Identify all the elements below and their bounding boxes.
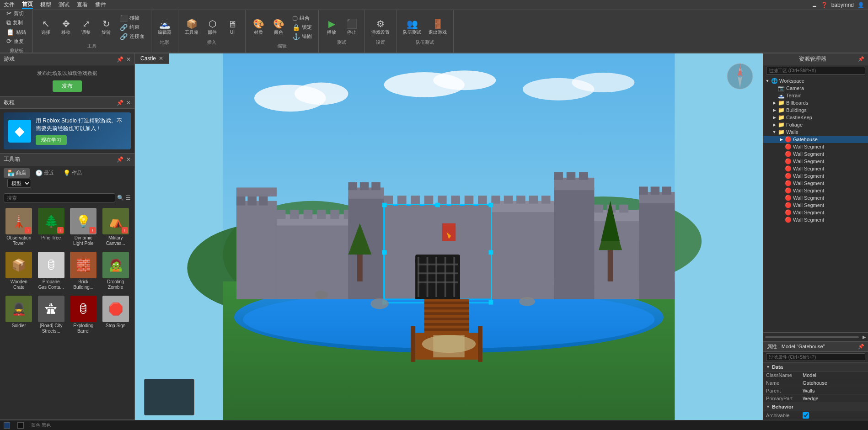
publish-button[interactable]: 发布 <box>53 80 82 92</box>
group-button[interactable]: ⬡组合 <box>289 14 315 23</box>
search-icon[interactable]: 🔍 <box>117 195 124 201</box>
menu-view[interactable]: 查看 <box>77 1 88 9</box>
scale-button[interactable]: ⤢调整 <box>77 17 95 37</box>
toolbox-item[interactable]: 💂 Soldier <box>4 294 34 336</box>
tree-item[interactable]: 🔴 Wall Segment <box>763 143 868 150</box>
toolbox-item[interactable]: 🧱 Brick Building... <box>68 250 99 292</box>
toolbox-item[interactable]: 🛢 Exploding Barrel <box>68 294 99 336</box>
toolbox-pin[interactable]: 📌 <box>117 156 123 163</box>
toolbox-item[interactable]: 🛑 Stop Sign <box>101 294 131 336</box>
tree-item[interactable]: 🔴 Wall Segment <box>763 180 868 187</box>
archivable-checkbox[interactable] <box>803 412 809 419</box>
tree-item[interactable]: ▼ 📁 Walls <box>763 128 868 136</box>
tree-item[interactable]: ▶ 📁 CastleKeep <box>763 114 868 121</box>
tab-creations[interactable]: 💡作品 <box>59 168 86 178</box>
tree-item[interactable]: ▶ 📁 Billboards <box>763 99 868 106</box>
tree-arrow[interactable]: ▶ <box>772 108 777 112</box>
properties-pin[interactable]: 📌 <box>858 344 864 350</box>
ui-button[interactable]: 🖥UI <box>223 18 241 37</box>
tree-arrow[interactable]: ▶ <box>772 122 777 127</box>
team-test-button[interactable]: 👥队伍测试 <box>400 17 424 37</box>
explorer-pin[interactable]: 📌 <box>858 56 864 62</box>
lock-button[interactable]: 🔒锁定 <box>289 23 315 32</box>
model-type-select[interactable]: 模型 <box>7 179 31 188</box>
scroll-arrow-right[interactable]: ▶ <box>861 334 868 340</box>
tree-item[interactable]: ▶ 📁 Foliage <box>763 121 868 128</box>
tree-item[interactable]: 🔴 Wall Segment <box>763 209 868 216</box>
tree-item[interactable]: 🔴 Wall Segment <box>763 194 868 202</box>
properties-filter-input[interactable] <box>766 353 865 361</box>
toolbox-item[interactable]: 💡 ! Dynamic Light Pole <box>68 206 99 248</box>
tree-item[interactable]: 🔴 Wall Segment <box>763 187 868 194</box>
menu-test[interactable]: 测试 <box>59 1 70 9</box>
tutorial-close[interactable]: ✕ <box>126 100 131 106</box>
tree-item[interactable]: 📷 Camera <box>763 85 868 92</box>
cut-button[interactable]: ✂剪切 <box>4 9 29 18</box>
terrain-editor-button[interactable]: 🗻编辑器 <box>155 17 174 37</box>
menu-model[interactable]: 模型 <box>40 1 51 9</box>
toolbox-item[interactable]: 📦 Wooden Crate <box>4 250 34 292</box>
toolbox-item[interactable]: 🛣 [Road] City Streets... <box>36 294 67 336</box>
tree-item[interactable]: 🔴 Wall Segment <box>763 216 868 223</box>
tree-arrow[interactable]: ▼ <box>765 79 770 83</box>
toolbox-button[interactable]: 📦工具箱 <box>182 17 201 37</box>
game-settings-button[interactable]: ⚙游戏设置 <box>369 17 392 37</box>
copy-button[interactable]: ⧉复制 <box>4 18 29 27</box>
color-box-black[interactable] <box>17 422 24 429</box>
tutorial-pin[interactable]: 📌 <box>117 100 123 106</box>
viewport-tab-close[interactable]: ✕ <box>159 55 163 62</box>
tree-arrow[interactable]: ▼ <box>772 130 777 134</box>
quit-game-button[interactable]: 🚪退出游戏 <box>426 17 450 37</box>
viewport[interactable]: Castle ✕ <box>135 53 763 420</box>
toolbox-item[interactable]: 🧟 Drooling Zombie <box>101 250 131 292</box>
anchor-button[interactable]: ⚓锚固 <box>289 32 315 41</box>
tree-arrow[interactable]: ▶ <box>772 115 777 120</box>
tree-item[interactable]: 🔴 Wall Segment <box>763 150 868 158</box>
tree-item[interactable]: 🔴 Wall Segment <box>763 172 868 180</box>
tree-item[interactable]: 🔴 Wall Segment <box>763 202 868 209</box>
toolbox-close[interactable]: ✕ <box>126 156 131 163</box>
game-panel-pin[interactable]: 📌 <box>117 56 123 63</box>
toolbox-item[interactable]: 🗼 ! Observation Tower <box>4 206 34 248</box>
color-button[interactable]: 🎨颜色 <box>269 17 288 37</box>
material-button[interactable]: 🎨材质 <box>249 17 268 37</box>
tree-item[interactable]: ▶ 📁 Buildings <box>763 106 868 114</box>
explorer-filter-input[interactable] <box>766 67 865 74</box>
join-button[interactable]: 🔗连接面 <box>117 32 147 41</box>
constraint-button[interactable]: 🔗约束 <box>117 23 147 32</box>
tree-item[interactable]: 🔴 Wall Segment <box>763 165 868 172</box>
tree-arrow[interactable]: ▶ <box>772 101 777 105</box>
play-button[interactable]: ▶播放 <box>322 17 341 37</box>
color-box-blue[interactable] <box>4 422 10 429</box>
rotate-button[interactable]: ↻旋转 <box>97 17 115 37</box>
tree-arrow[interactable]: ▶ <box>779 137 783 142</box>
explorer-scrollbar[interactable]: ▶ <box>763 332 868 341</box>
game-panel-close[interactable]: ✕ <box>126 56 131 63</box>
tree-item[interactable]: ▶ 🔴 Gatehouse <box>763 136 868 143</box>
help-icon[interactable]: ❓ <box>821 2 828 8</box>
tree-item[interactable]: 🔴 Wall Segment <box>763 158 868 165</box>
menu-file[interactable]: 文件 <box>4 1 15 9</box>
minimize-icon[interactable]: 🗕 <box>812 2 817 8</box>
tab-store[interactable]: 🏪商店 <box>4 168 30 178</box>
property-name[interactable]: Name Gatehouse <box>763 379 868 387</box>
paste-button[interactable]: 📋粘贴 <box>4 27 29 37</box>
tree-item[interactable]: ▼ 🌐 Workspace <box>763 77 868 85</box>
filter-icon[interactable]: ☰ <box>126 195 131 201</box>
property-archivable[interactable]: Archivable <box>763 411 868 420</box>
stop-button[interactable]: ⬛停止 <box>343 17 361 37</box>
select-button[interactable]: ↖选择 <box>37 17 55 37</box>
duplicate-button[interactable]: ⟳重复 <box>4 37 29 46</box>
part-button[interactable]: ⬡部件 <box>203 17 221 37</box>
toolbox-item[interactable]: 🛢 Propane Gas Conta... <box>36 250 67 292</box>
move-button[interactable]: ✥移动 <box>57 17 75 37</box>
menu-plugins[interactable]: 插件 <box>95 1 106 9</box>
search-input[interactable] <box>4 193 115 202</box>
collision-button[interactable]: ⬛碰撞 <box>117 14 147 23</box>
toolbox-item[interactable]: ⛺ ! Military Canvas... <box>101 206 131 248</box>
properties-data-section[interactable]: ▼ Data <box>763 363 868 372</box>
menu-home[interactable]: 首页 <box>22 0 33 9</box>
tree-item[interactable]: 🗻 Terrain <box>763 92 868 99</box>
properties-behavior-section[interactable]: ▼ Behavior <box>763 403 868 411</box>
toolbox-item[interactable]: 🌲 ! Pine Tree <box>36 206 67 248</box>
